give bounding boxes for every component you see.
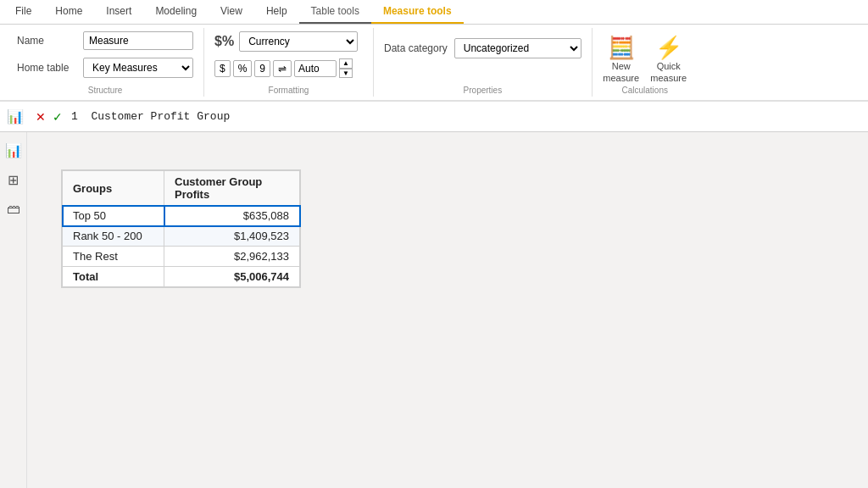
total-row: Total$5,006,744 (63, 267, 300, 287)
sidebar: 📊 ⊞ 🗃 (0, 132, 27, 488)
sidebar-table-icon[interactable]: ⊞ (4, 169, 22, 191)
tab-measure-tools[interactable]: Measure tools (371, 0, 464, 24)
quick-measure-label: Quickmeasure (650, 60, 687, 85)
properties-group-label: Properties (464, 86, 503, 95)
col-header-groups: Groups (63, 171, 164, 206)
total-value: $5,006,744 (164, 267, 300, 287)
home-table-label: Home table (17, 62, 78, 74)
ribbon-group-calculations: 🧮 Newmeasure ⚡ Quickmeasure Calculations (593, 28, 698, 97)
tab-bar: File Home Insert Modeling View Help Tabl… (0, 0, 868, 25)
tab-table-tools[interactable]: Table tools (299, 0, 371, 24)
home-table-select[interactable]: Key Measures (83, 58, 193, 78)
quick-measure-icon: ⚡ (655, 36, 682, 58)
data-category-label: Data category (384, 42, 448, 54)
tab-view[interactable]: View (209, 0, 254, 24)
auto-input[interactable] (294, 60, 337, 77)
name-field-row: Name (17, 31, 193, 50)
quick-measure-btn[interactable]: ⚡ Quickmeasure (650, 36, 687, 85)
tab-modeling[interactable]: Modeling (143, 0, 209, 24)
spinner-up-btn[interactable]: ▲ (339, 58, 353, 69)
total-label: Total (63, 267, 164, 287)
value-cell: $1,409,523 (164, 226, 300, 247)
comma-btn[interactable]: 9 (254, 60, 270, 77)
formula-input[interactable] (71, 110, 861, 123)
calc-group: 🧮 Newmeasure ⚡ Quickmeasure (603, 31, 687, 85)
table-row: Top 50$635,088 (63, 206, 300, 226)
chart-icon: 📊 (7, 108, 24, 125)
ribbon-group-structure: Name Home table Key Measures Structure (7, 28, 204, 97)
table-row: The Rest$2,962,133 (63, 247, 300, 267)
formula-confirm-btn[interactable]: ✓ (51, 110, 64, 124)
spinner-down-btn[interactable]: ▼ (339, 69, 353, 79)
format-bottom: $ % 9 ⇌ ▲ ▼ (214, 58, 358, 78)
group-cell: Top 50 (63, 206, 164, 226)
structure-group-label: Structure (88, 86, 123, 95)
formula-cancel-btn[interactable]: ✕ (34, 110, 47, 124)
table-row: Rank 50 - 200$1,409,523 (63, 226, 300, 247)
data-table-wrapper: Groups Customer Group Profits Top 50$635… (61, 169, 301, 288)
name-label: Name (17, 35, 78, 47)
tab-home[interactable]: Home (43, 0, 94, 24)
tab-insert[interactable]: Insert (94, 0, 143, 24)
new-measure-btn[interactable]: 🧮 Newmeasure (603, 36, 640, 85)
ribbon-group-formatting: $% Currency General Whole Number Decimal… (204, 28, 374, 97)
sidebar-model-icon[interactable]: 🗃 (3, 198, 24, 220)
spinner: ▲ ▼ (339, 58, 353, 78)
name-input[interactable] (83, 31, 193, 50)
value-cell: $2,962,133 (164, 247, 300, 267)
main-area: 📊 ⊞ 🗃 Groups Customer Group Profits Top … (0, 132, 868, 488)
group-cell: The Rest (63, 247, 164, 267)
format-select[interactable]: Currency General Whole Number Decimal Nu… (239, 31, 358, 52)
ribbon-group-properties: Data category Uncategorized Address City… (374, 28, 593, 97)
ribbon-row: Name Home table Key Measures Structure $… (0, 25, 868, 101)
percent-btn[interactable]: % (233, 60, 253, 77)
content-area: Groups Customer Group Profits Top 50$635… (27, 132, 868, 488)
group-cell: Rank 50 - 200 (63, 226, 164, 247)
home-table-field-row: Home table Key Measures (17, 58, 193, 78)
data-table: Groups Customer Group Profits Top 50$635… (62, 170, 300, 287)
formula-actions: ✕ ✓ (34, 110, 64, 124)
sidebar-chart-icon[interactable]: 📊 (2, 139, 25, 162)
value-cell: $635,088 (164, 206, 300, 226)
formatting-group-label: Formatting (269, 86, 309, 95)
format-top: $% Currency General Whole Number Decimal… (214, 31, 358, 52)
new-measure-label: Newmeasure (603, 60, 639, 85)
tab-help[interactable]: Help (254, 0, 299, 24)
currency-btn[interactable]: $ (214, 60, 231, 77)
calculations-group-label: Calculations (621, 86, 667, 95)
tab-file[interactable]: File (3, 0, 43, 24)
formula-bar: 📊 ✕ ✓ (0, 102, 868, 132)
new-measure-icon: 🧮 (608, 36, 635, 58)
decimal-btn[interactable]: ⇌ (273, 60, 292, 77)
data-category-select[interactable]: Uncategorized Address City (454, 38, 581, 58)
col-header-profits: Customer Group Profits (164, 171, 300, 206)
format-dollar-icon: $% (214, 34, 234, 49)
